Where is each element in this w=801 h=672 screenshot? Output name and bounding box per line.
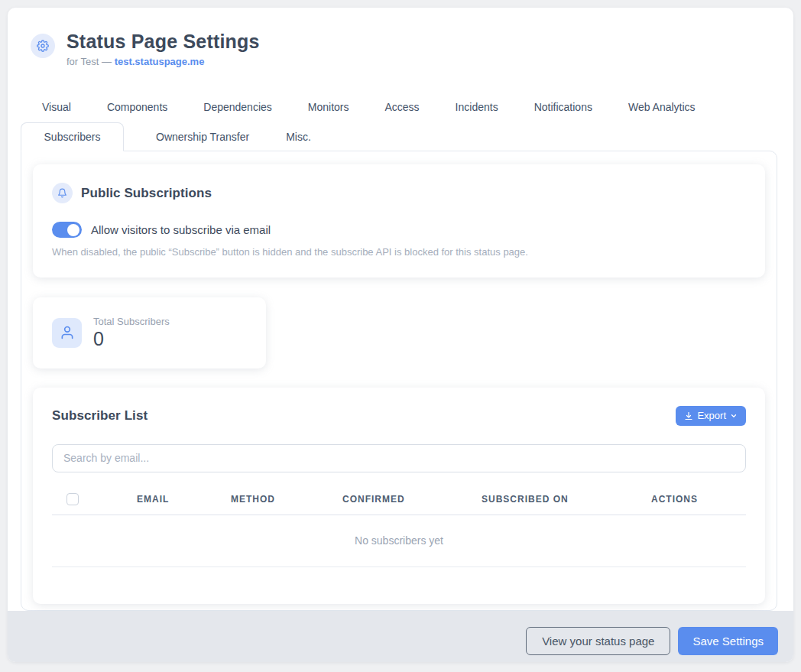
column-method: METHOD: [231, 494, 275, 505]
tab-row-secondary: Subscribers Ownership Transfer Misc.: [8, 122, 793, 151]
column-subscribed-on: SUBSCRIBED ON: [482, 494, 569, 505]
tab-access[interactable]: Access: [384, 101, 419, 122]
tab-ownership-transfer[interactable]: Ownership Transfer: [156, 122, 249, 151]
export-button-label: Export: [697, 410, 726, 421]
search-input[interactable]: [52, 444, 746, 472]
bell-icon: [52, 183, 73, 203]
settings-window: Status Page Settings for Test — test.sta…: [8, 8, 793, 662]
toggle-knob: [67, 224, 79, 236]
subscriber-list-card: Subscriber List Export EMAIL METHOD CONF…: [33, 388, 765, 604]
subscribe-toggle-label: Allow visitors to subscribe via email: [91, 223, 271, 236]
tab-row-primary: Visual Components Dependencies Monitors …: [8, 101, 793, 122]
tab-monitors[interactable]: Monitors: [308, 101, 349, 122]
public-subscriptions-title: Public Subscriptions: [81, 186, 212, 201]
page-subtitle: for Test — test.statuspage.me: [66, 56, 260, 67]
subscriber-list-title: Subscriber List: [52, 408, 148, 424]
column-confirmed: CONFIRMED: [342, 494, 405, 505]
column-actions: ACTIONS: [651, 494, 698, 505]
subscribe-helper-text: When disabled, the public “Subscribe” bu…: [52, 246, 746, 258]
save-settings-button[interactable]: Save Settings: [678, 627, 778, 655]
download-icon: [684, 411, 693, 420]
gear-icon: [31, 34, 55, 58]
subscribe-toggle[interactable]: [52, 222, 82, 238]
tab-misc[interactable]: Misc.: [286, 122, 311, 151]
tab-incidents[interactable]: Incidents: [456, 101, 498, 122]
action-footer: View your status page Save Settings: [8, 611, 793, 663]
tab-visual[interactable]: Visual: [42, 101, 71, 122]
view-status-page-button[interactable]: View your status page: [526, 627, 670, 655]
public-subscriptions-card: Public Subscriptions Allow visitors to s…: [33, 164, 765, 278]
chevron-down-icon: [730, 412, 738, 420]
subscriber-table-header: EMAIL METHOD CONFIRMED SUBSCRIBED ON ACT…: [52, 488, 746, 515]
total-subscribers-label: Total Subscribers: [93, 316, 170, 327]
status-page-link[interactable]: test.statuspage.me: [115, 56, 205, 67]
settings-tabs: Visual Components Dependencies Monitors …: [8, 101, 793, 151]
empty-state: No subscribers yet: [52, 515, 746, 567]
user-icon: [52, 318, 82, 348]
tab-notifications[interactable]: Notifications: [534, 101, 592, 122]
total-subscribers-card: Total Subscribers 0: [33, 297, 266, 368]
column-email: EMAIL: [137, 494, 169, 505]
subscribers-tab-panel: Public Subscriptions Allow visitors to s…: [21, 151, 777, 611]
tab-components[interactable]: Components: [107, 101, 167, 122]
page-title: Status Page Settings: [66, 31, 260, 53]
page-header: Status Page Settings for Test — test.sta…: [8, 8, 793, 67]
total-subscribers-value: 0: [93, 329, 170, 350]
tab-web-analytics[interactable]: Web Analytics: [628, 101, 696, 122]
subtitle-prefix: for Test —: [66, 56, 115, 67]
export-button[interactable]: Export: [676, 406, 746, 426]
tab-dependencies[interactable]: Dependencies: [203, 101, 272, 122]
select-all-checkbox[interactable]: [66, 493, 79, 505]
tab-subscribers[interactable]: Subscribers: [21, 122, 124, 151]
